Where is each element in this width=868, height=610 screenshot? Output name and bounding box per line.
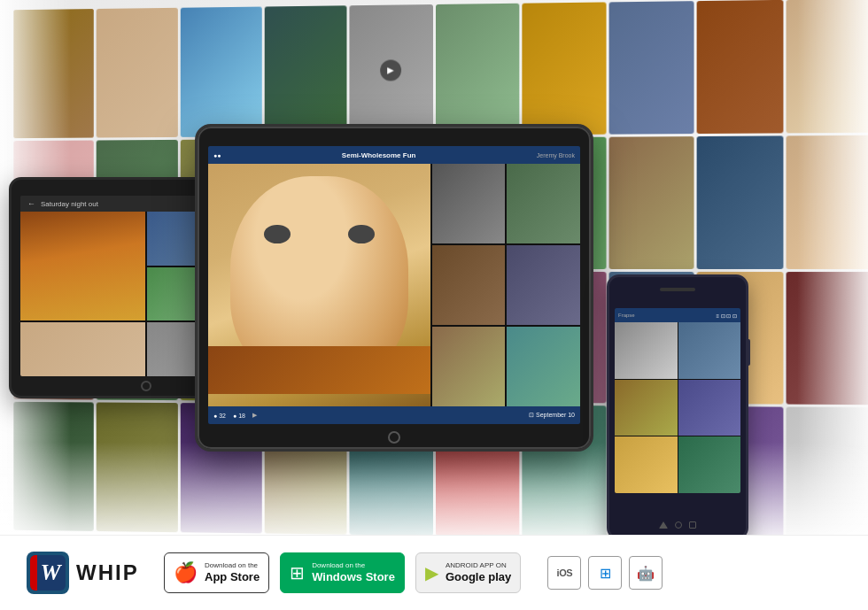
phone-speaker xyxy=(660,288,695,291)
ipad-large-screen: ●● Semi-Wholesome Fun Jeremy Brook xyxy=(208,146,580,424)
brand-name: WHIP xyxy=(76,560,139,585)
google-name-label: Google play xyxy=(446,570,511,584)
screen-cell xyxy=(432,327,506,406)
google-sub-label: ANDROID APP ON xyxy=(446,562,511,570)
store-badges: 🍎 Download on the App Store ⊞ Download o… xyxy=(164,552,521,593)
whip-logo-icon: W xyxy=(27,552,69,594)
windows-platform-icon[interactable]: ⊞ xyxy=(588,556,622,590)
phone-screen-cell xyxy=(615,436,678,493)
windows-store-badge[interactable]: ⊞ Download on the Windows Store xyxy=(280,552,405,593)
screen-cell xyxy=(507,164,580,243)
phone-screen-cell xyxy=(678,322,741,379)
whip-w-letter: W xyxy=(40,560,60,586)
google-play-icon: ▶ xyxy=(425,562,438,583)
ios-label: iOS xyxy=(557,568,572,578)
phone-screen-cell xyxy=(615,322,678,379)
phone-screen-cell xyxy=(615,380,678,436)
screen-cell xyxy=(507,245,580,325)
android-platform-icon[interactable]: 🤖 xyxy=(629,556,663,590)
windows-icon: ⊞ xyxy=(290,562,305,583)
appstore-sub-label: Download on the xyxy=(205,562,260,570)
apple-icon: 🍎 xyxy=(174,561,198,584)
phone-back-button xyxy=(659,521,668,529)
bottom-bar: W WHIP 🍎 Download on the App Store ⊞ Dow… xyxy=(0,535,868,610)
screen-cell xyxy=(20,322,145,376)
ipad-large-home-button xyxy=(388,431,400,444)
screen-cell xyxy=(432,245,506,325)
ipad-large: ●● Semi-Wholesome Fun Jeremy Brook xyxy=(195,124,593,452)
android-platform-label: 🤖 xyxy=(637,565,655,582)
ipad-large-title: Semi-Wholesome Fun xyxy=(226,151,531,159)
ipad-large-subtitle: Jeremy Brook xyxy=(537,152,575,158)
appstore-badge[interactable]: 🍎 Download on the App Store xyxy=(164,552,269,593)
phone-app-label: Frapse xyxy=(618,313,712,318)
phone: Frapse ≡ ⊡ ⊡ ⊡ xyxy=(607,274,748,540)
windows-platform-label: ⊞ xyxy=(600,565,611,582)
phone-nav-bar xyxy=(659,521,696,529)
whip-logo: W WHIP xyxy=(27,552,142,594)
phone-screen-cell xyxy=(678,436,741,493)
main-photo xyxy=(208,164,430,406)
ipad-small-home-button xyxy=(141,381,151,391)
platform-icons: iOS ⊞ 🤖 xyxy=(547,556,663,590)
appstore-name-label: App Store xyxy=(205,570,260,584)
appstore-badge-text: Download on the App Store xyxy=(205,562,260,583)
windows-badge-text: Download on the Windows Store xyxy=(312,562,395,583)
screen-cell xyxy=(20,212,145,320)
windows-sub-label: Download on the xyxy=(312,562,395,570)
ios-platform-icon[interactable]: iOS xyxy=(547,556,581,590)
google-play-badge-text: ANDROID APP ON Google play xyxy=(446,562,511,583)
ipad-small-title-text: Saturday night out xyxy=(41,200,98,208)
screen-cell xyxy=(507,327,580,406)
google-play-badge[interactable]: ▶ ANDROID APP ON Google play xyxy=(415,552,521,593)
devices-container: ← Saturday night out ●● Semi-Wholesome F… xyxy=(0,71,868,549)
phone-screen: Frapse ≡ ⊡ ⊡ ⊡ xyxy=(615,308,740,493)
windows-name-label: Windows Store xyxy=(312,570,395,584)
phone-recent-button xyxy=(689,521,696,529)
screen-cell xyxy=(432,164,506,243)
phone-screen-cell xyxy=(678,380,741,436)
phone-volume-button xyxy=(747,339,750,366)
phone-home-button xyxy=(675,521,682,529)
